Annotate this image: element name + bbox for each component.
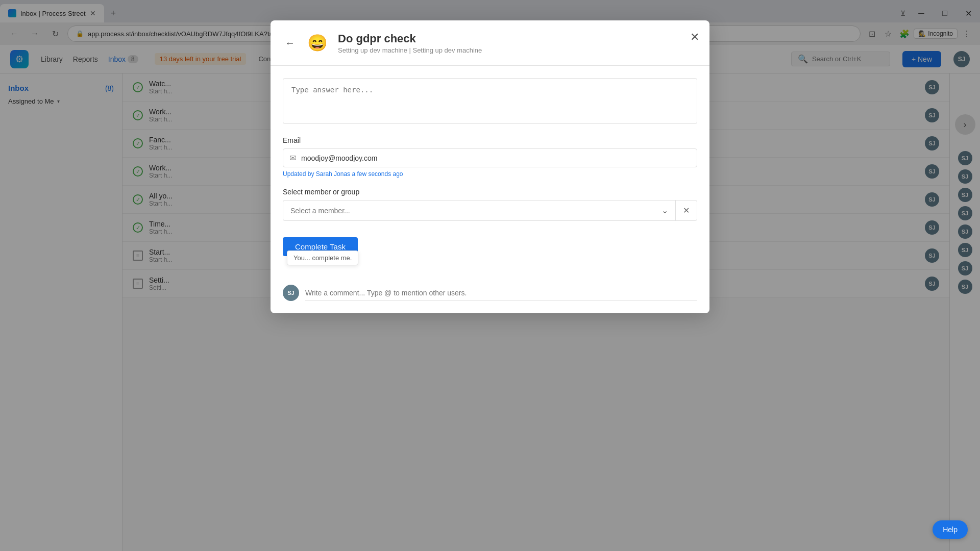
modal-back-button[interactable]: ← — [283, 35, 297, 51]
modal-emoji: 😄 — [305, 31, 330, 55]
email-label: Email — [283, 136, 697, 144]
select-member-label: Select member or group — [283, 188, 697, 196]
modal-subtitle: Setting up dev machine | Setting up dev … — [338, 46, 697, 54]
modal-header: ← 😄 Do gdpr check Setting up dev machine… — [271, 20, 709, 66]
email-value: moodjoy@moodjoy.com — [301, 154, 377, 162]
comment-section: SJ — [283, 285, 697, 301]
modal-overlay[interactable]: ← 😄 Do gdpr check Setting up dev machine… — [0, 0, 980, 551]
modal-body: Email ✉ moodjoy@moodjoy.com Updated by S… — [271, 66, 709, 313]
select-chevron-icon[interactable]: ⌄ — [654, 201, 675, 220]
help-button[interactable]: Help — [933, 520, 968, 539]
select-member-wrapper[interactable]: ⌄ ✕ — [283, 200, 697, 221]
complete-tooltip: You... complete me. — [287, 251, 358, 265]
modal-title-group: Do gdpr check Setting up dev machine | S… — [338, 32, 697, 54]
select-clear-icon[interactable]: ✕ — [675, 201, 697, 220]
updated-text: Updated by Sarah Jonas a few seconds ago — [283, 170, 697, 178]
answer-textarea[interactable] — [283, 78, 697, 124]
email-icon: ✉ — [289, 153, 296, 163]
comment-input[interactable] — [305, 285, 697, 301]
modal-title: Do gdpr check — [338, 32, 697, 45]
email-field-wrapper: ✉ moodjoy@moodjoy.com — [283, 148, 697, 167]
select-member-input[interactable] — [283, 202, 654, 220]
modal-dialog: ← 😄 Do gdpr check Setting up dev machine… — [271, 20, 709, 313]
modal-close-button[interactable]: ✕ — [688, 29, 701, 46]
comment-avatar: SJ — [283, 285, 299, 301]
